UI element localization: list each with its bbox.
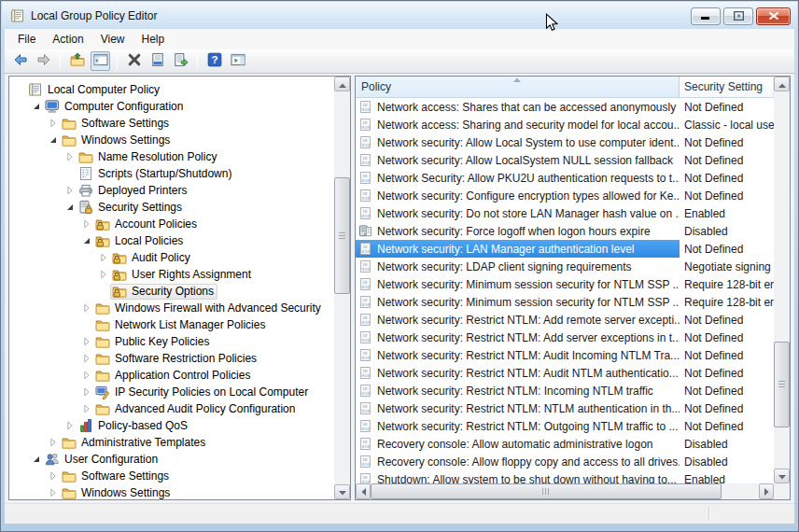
tree-item-software-settings[interactable]: Software Settings: [9, 468, 334, 484]
policy-row-network-security-restrict-ntlm-add-remot[interactable]: 10010Network security: Restrict NTLM: Ad…: [356, 311, 774, 329]
policy-row-recovery-console-allow-automatic-adminis[interactable]: 10010Recovery console: Allow automatic a…: [356, 435, 774, 453]
policy-row-network-security-allow-local-system-to-u[interactable]: 10010Network security: Allow Local Syste…: [356, 133, 774, 151]
menu-file[interactable]: File: [9, 30, 44, 49]
expander-collapsed-icon[interactable]: [97, 251, 110, 264]
tree-item-security-options[interactable]: Security Options: [9, 283, 334, 300]
tree-item-local-policies[interactable]: Local Policies: [9, 232, 334, 249]
expander-expanded-icon[interactable]: [47, 133, 60, 147]
expander-collapsed-icon[interactable]: [63, 419, 77, 432]
export-list-button[interactable]: [171, 51, 190, 71]
expander-collapsed-icon[interactable]: [80, 217, 93, 231]
tree-item-name-resolution-policy[interactable]: Name Resolution Policy: [9, 148, 334, 165]
expander-expanded-icon[interactable]: [63, 201, 77, 214]
list-scrollbar-thumb[interactable]: [774, 342, 790, 427]
tree-item-software-settings[interactable]: Software Settings: [9, 115, 334, 132]
expander-collapsed-icon[interactable]: [80, 301, 93, 315]
scroll-up-button[interactable]: [334, 77, 350, 91]
list-horizontal-scrollbar[interactable]: [356, 483, 774, 499]
help-button[interactable]: ?: [204, 51, 224, 71]
policy-row-network-security-force-logoff-when-logon[interactable]: Network security: Force logoff when logo…: [356, 222, 774, 240]
expander-collapsed-icon[interactable]: [47, 436, 60, 449]
expander-collapsed-icon[interactable]: [97, 268, 110, 281]
scroll-down-button[interactable]: [334, 484, 350, 499]
expander-expanded-icon[interactable]: [80, 234, 93, 247]
scroll-left-button[interactable]: [356, 483, 371, 499]
expander-collapsed-icon[interactable]: [80, 369, 93, 382]
back-button[interactable]: [10, 51, 30, 71]
policy-row-network-security-configure-encryption-ty[interactable]: 10010Network security: Configure encrypt…: [356, 187, 774, 204]
scroll-up-button[interactable]: [774, 77, 790, 91]
expander-collapsed-icon[interactable]: [63, 184, 77, 197]
tree-item-administrative-templates[interactable]: Administrative Templates: [9, 434, 334, 451]
minimize-button[interactable]: [691, 7, 721, 25]
maximize-button[interactable]: [723, 7, 753, 25]
scroll-down-button[interactable]: [774, 469, 790, 483]
policy-row-network-security-restrict-ntlm-audit-ntl[interactable]: 10010Network security: Restrict NTLM: Au…: [356, 364, 774, 382]
expander-collapsed-icon[interactable]: [63, 150, 77, 163]
tree-item-software-restriction-policies[interactable]: Software Restriction Policies: [9, 350, 334, 367]
policy-row-shutdown-allow-system-to-be-shut-down-wi[interactable]: 10010Shutdown: Allow system to be shut d…: [356, 470, 774, 483]
tree-item-user-configuration[interactable]: User Configuration: [9, 451, 334, 468]
expander-collapsed-icon[interactable]: [80, 335, 93, 348]
tree-item-application-control-policies[interactable]: Application Control Policies: [9, 367, 334, 384]
tree-item-local-computer-policy[interactable]: Local Computer Policy: [9, 81, 334, 98]
policy-row-network-security-restrict-ntlm-outgoing-[interactable]: 10010Network security: Restrict NTLM: Ou…: [356, 417, 774, 435]
tree-vertical-scrollbar[interactable]: [334, 77, 350, 499]
tree-item-network-list-manager-policies[interactable]: Network List Manager Policies: [9, 316, 334, 333]
tree-item-advanced-audit-policy-configuration[interactable]: Advanced Audit Policy Configuration: [9, 400, 334, 417]
tree-item-windows-settings[interactable]: Windows Settings: [9, 132, 334, 148]
forward-button[interactable]: [34, 51, 53, 71]
list-vertical-scrollbar[interactable]: [774, 77, 790, 483]
policy-row-network-access-sharing-and-security-mode[interactable]: 10010Network access: Sharing and securit…: [356, 116, 774, 133]
tree-item-ip-security-policies-on-local-computer[interactable]: IP Security Policies on Local Computer: [9, 384, 334, 400]
policy-row-recovery-console-allow-floppy-copy-and-a[interactable]: 10010Recovery console: Allow floppy copy…: [356, 453, 774, 470]
expander-collapsed-icon[interactable]: [47, 117, 60, 130]
column-header-security-setting[interactable]: Security Setting: [680, 77, 774, 97]
tree-scrollbar-thumb[interactable]: [334, 177, 350, 294]
tree-item-computer-configuration[interactable]: Computer Configuration: [9, 98, 334, 115]
expander-collapsed-icon[interactable]: [80, 385, 93, 399]
titlebar[interactable]: Local Group Policy Editor: [2, 2, 797, 29]
policy-row-network-access-shares-that-can-be-access[interactable]: 10010Network access: Shares that can be …: [356, 98, 774, 116]
tree-item-public-key-policies[interactable]: Public Key Policies: [9, 333, 334, 350]
policy-row-network-security-restrict-ntlm-incoming-[interactable]: 10010Network security: Restrict NTLM: In…: [356, 382, 774, 399]
tree-item-user-rights-assignment[interactable]: User Rights Assignment: [9, 266, 334, 283]
properties-button[interactable]: [147, 51, 167, 71]
hscrollbar-thumb[interactable]: [371, 483, 722, 499]
tree-item-policy-based-qos[interactable]: Policy-based QoS: [9, 417, 334, 434]
tree-item-audit-policy[interactable]: Audit Policy: [9, 249, 334, 266]
tree-item-windows-firewall-with-advanced-security[interactable]: Windows Firewall with Advanced Security: [9, 300, 334, 316]
expander-expanded-icon[interactable]: [30, 100, 43, 113]
show-action-pane-button[interactable]: [228, 51, 247, 71]
menu-help[interactable]: Help: [133, 30, 174, 49]
menu-view[interactable]: View: [92, 30, 133, 49]
column-header-policy[interactable]: Policy: [356, 77, 680, 97]
policy-name: Shutdown: Allow system to be shut down w…: [377, 473, 677, 484]
policy-row-network-security-minimum-session-securit[interactable]: 10010Network security: Minimum session s…: [356, 293, 774, 311]
tree-item-deployed-printers[interactable]: Deployed Printers: [9, 182, 334, 199]
policy-row-network-security-restrict-ntlm-ntlm-auth[interactable]: 10010Network security: Restrict NTLM: NT…: [356, 399, 774, 417]
policy-row-network-security-allow-localsystem-null-[interactable]: 10010Network security: Allow LocalSystem…: [356, 151, 774, 169]
delete-button[interactable]: [124, 51, 144, 71]
expander-collapsed-icon[interactable]: [47, 486, 60, 499]
tree-item-security-settings[interactable]: Security Settings: [9, 199, 334, 216]
expander-collapsed-icon[interactable]: [80, 402, 93, 415]
scroll-right-button[interactable]: [759, 483, 774, 499]
policy-row-network-security-do-not-store-lan-manage[interactable]: 10010Network security: Do not store LAN …: [356, 204, 774, 222]
policy-row-network-security-allow-pku2u-authenticat[interactable]: 10010Network Security: Allow PKU2U authe…: [356, 169, 774, 187]
tree-item-windows-settings[interactable]: Windows Settings: [9, 484, 334, 499]
tree-item-account-policies[interactable]: Account Policies: [9, 216, 334, 232]
show-console-tree-button[interactable]: [91, 51, 110, 71]
tree-item-scripts-startup-shutdown[interactable]: Scripts (Startup/Shutdown): [9, 165, 334, 182]
policy-row-network-security-restrict-ntlm-add-serve[interactable]: 10010Network security: Restrict NTLM: Ad…: [356, 329, 774, 346]
expander-expanded-icon[interactable]: [30, 453, 43, 466]
expander-collapsed-icon[interactable]: [47, 469, 60, 483]
up-one-level-button[interactable]: [67, 51, 87, 71]
close-button[interactable]: [756, 7, 791, 25]
policy-row-network-security-restrict-ntlm-audit-inc[interactable]: 10010Network security: Restrict NTLM: Au…: [356, 346, 774, 364]
policy-row-network-security-ldap-client-signing-req[interactable]: 10010Network security: LDAP client signi…: [356, 258, 774, 275]
policy-row-network-security-lan-manager-authenticat[interactable]: 10010Network security: LAN Manager authe…: [356, 240, 774, 258]
menu-action[interactable]: Action: [44, 30, 91, 49]
expander-collapsed-icon[interactable]: [80, 352, 93, 365]
policy-row-network-security-minimum-session-securit[interactable]: 10010Network security: Minimum session s…: [356, 275, 774, 293]
